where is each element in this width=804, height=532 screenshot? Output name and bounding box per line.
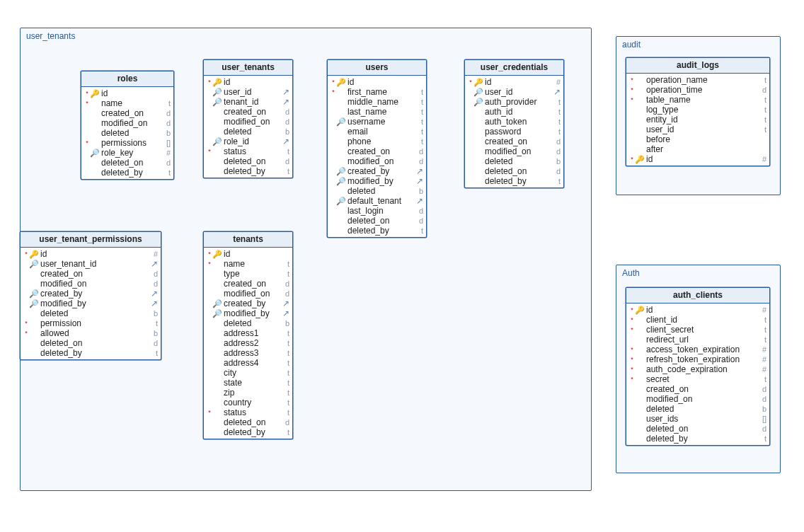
column-row[interactable]: modified_ond <box>81 118 173 128</box>
column-row[interactable]: 🔎created_by↗ <box>328 166 426 176</box>
table-user_tenant_permissions[interactable]: user_tenant_permissions*🔑id#🔎user_tenant… <box>20 231 161 360</box>
column-row[interactable]: deletedb <box>204 318 292 328</box>
column-row[interactable]: statet <box>204 378 292 388</box>
column-row[interactable]: modified_ond <box>465 146 563 156</box>
column-row[interactable]: *operation_namet <box>626 75 769 85</box>
column-row[interactable]: modified_ond <box>626 394 769 404</box>
column-row[interactable]: created_ond <box>204 107 292 117</box>
column-row[interactable]: deletedb <box>81 128 173 138</box>
column-row[interactable]: 🔎user_id↗ <box>465 87 563 97</box>
table-auth_clients[interactable]: auth_clients*🔑id#*client_idt*client_secr… <box>626 287 770 446</box>
table-user_tenants[interactable]: user_tenants*🔑id🔎user_id↗🔎tenant_id↗crea… <box>203 59 293 178</box>
column-row[interactable]: deleted_byt <box>626 434 769 444</box>
column-row[interactable]: 🔎created_by↗ <box>204 299 292 308</box>
column-row[interactable]: *🔑id <box>204 249 292 259</box>
column-row[interactable]: passwordt <box>465 127 563 137</box>
column-row[interactable]: modified_ond <box>21 279 161 289</box>
column-row[interactable]: deletedb <box>204 127 292 137</box>
column-row[interactable]: modified_ond <box>204 117 292 127</box>
column-row[interactable]: created_ond <box>81 108 173 118</box>
column-row[interactable]: *first_namet <box>328 87 426 97</box>
column-row[interactable]: created_ond <box>204 279 292 289</box>
column-row[interactable]: address4t <box>204 358 292 368</box>
column-row[interactable]: emailt <box>328 127 426 137</box>
column-row[interactable]: *🔑id <box>81 88 173 98</box>
column-row[interactable]: last_logind <box>328 206 426 216</box>
column-row[interactable]: deletedb <box>626 404 769 414</box>
column-row[interactable]: *namet <box>204 259 292 269</box>
column-row[interactable]: after <box>626 144 769 154</box>
column-row[interactable]: created_ond <box>626 384 769 394</box>
column-row[interactable]: deleted_ond <box>81 158 173 168</box>
table-audit_logs[interactable]: audit_logs*operation_namet*operation_tim… <box>626 57 770 166</box>
column-row[interactable]: cityt <box>204 368 292 378</box>
column-row[interactable]: last_namet <box>328 107 426 117</box>
column-row[interactable]: auth_tokent <box>465 117 563 127</box>
column-row[interactable]: *🔑id# <box>465 77 563 87</box>
column-row[interactable]: deleted_byt <box>21 348 161 358</box>
column-row[interactable]: address2t <box>204 338 292 348</box>
column-row[interactable]: 🔎tenant_id↗ <box>204 97 292 107</box>
table-users[interactable]: users*🔑id*first_nametmiddle_nametlast_na… <box>327 59 427 238</box>
column-row[interactable]: 🔎role_id↗ <box>204 137 292 146</box>
column-row[interactable]: deleted_byt <box>204 166 292 176</box>
column-row[interactable]: log_typet <box>626 105 769 115</box>
column-row[interactable]: user_idt <box>626 125 769 134</box>
column-row[interactable]: *🔑id <box>328 77 426 87</box>
column-row[interactable]: modified_ond <box>204 289 292 299</box>
column-row[interactable]: before <box>626 134 769 144</box>
column-row[interactable]: 🔎usernamet <box>328 117 426 127</box>
column-row[interactable]: *allowedb <box>21 328 161 338</box>
column-row[interactable]: *🔑id# <box>21 249 161 259</box>
column-row[interactable]: 🔎auth_providert <box>465 97 563 107</box>
column-row[interactable]: *permissiont <box>21 318 161 328</box>
column-row[interactable]: *permissions[] <box>81 138 173 148</box>
table-tenants[interactable]: tenants*🔑id*namettypetcreated_ondmodifie… <box>203 231 293 439</box>
column-row[interactable]: deleted_byt <box>328 226 426 236</box>
column-row[interactable]: *auth_code_expiration# <box>626 364 769 374</box>
column-row[interactable]: *refresh_token_expiration# <box>626 354 769 364</box>
column-row[interactable]: *statust <box>204 407 292 417</box>
column-row[interactable]: deleted_byt <box>204 427 292 437</box>
column-row[interactable]: *statust <box>204 146 292 156</box>
column-row[interactable]: 🔎role_key# <box>81 148 173 158</box>
column-row[interactable]: auth_idt <box>465 107 563 117</box>
column-row[interactable]: *access_token_expiration# <box>626 345 769 354</box>
column-row[interactable]: created_ond <box>465 137 563 146</box>
column-row[interactable]: zipt <box>204 388 292 398</box>
column-row[interactable]: *🔑id# <box>626 305 769 315</box>
column-row[interactable]: deleted_ond <box>626 424 769 434</box>
column-row[interactable]: countryt <box>204 398 292 407</box>
column-row[interactable]: 🔎user_id↗ <box>204 87 292 97</box>
column-row[interactable]: *secrett <box>626 374 769 384</box>
column-row[interactable]: 🔎created_by↗ <box>21 289 161 299</box>
column-row[interactable]: *client_secrett <box>626 325 769 335</box>
column-row[interactable]: deleted_ond <box>204 156 292 166</box>
column-row[interactable]: deletedb <box>328 186 426 196</box>
column-row[interactable]: middle_namet <box>328 97 426 107</box>
column-row[interactable]: created_ond <box>21 269 161 279</box>
column-row[interactable]: deleted_byt <box>81 168 173 178</box>
column-row[interactable]: created_ond <box>328 146 426 156</box>
column-row[interactable]: user_ids[] <box>626 414 769 424</box>
column-row[interactable]: *client_idt <box>626 315 769 325</box>
column-row[interactable]: *🔑id <box>204 77 292 87</box>
table-roles[interactable]: roles*🔑id*nametcreated_ondmodified_ondde… <box>81 71 174 180</box>
column-row[interactable]: entity_idt <box>626 115 769 125</box>
column-row[interactable]: deleted_ond <box>21 338 161 348</box>
column-row[interactable]: typet <box>204 269 292 279</box>
column-row[interactable]: address1t <box>204 328 292 338</box>
column-row[interactable]: 🔎modified_by↗ <box>204 308 292 318</box>
column-row[interactable]: 🔎user_tenant_id↗ <box>21 259 161 269</box>
column-row[interactable]: 🔎modified_by↗ <box>21 299 161 308</box>
column-row[interactable]: redirect_urlt <box>626 335 769 345</box>
column-row[interactable]: deleted_ond <box>328 216 426 226</box>
column-row[interactable]: address3t <box>204 348 292 358</box>
column-row[interactable]: *namet <box>81 98 173 108</box>
column-row[interactable]: deleted_ond <box>204 417 292 427</box>
column-row[interactable]: *operation_timed <box>626 85 769 95</box>
column-row[interactable]: 🔎default_tenant↗ <box>328 196 426 206</box>
column-row[interactable]: *table_namet <box>626 95 769 105</box>
column-row[interactable]: deletedb <box>465 156 563 166</box>
column-row[interactable]: deleted_ond <box>465 166 563 176</box>
